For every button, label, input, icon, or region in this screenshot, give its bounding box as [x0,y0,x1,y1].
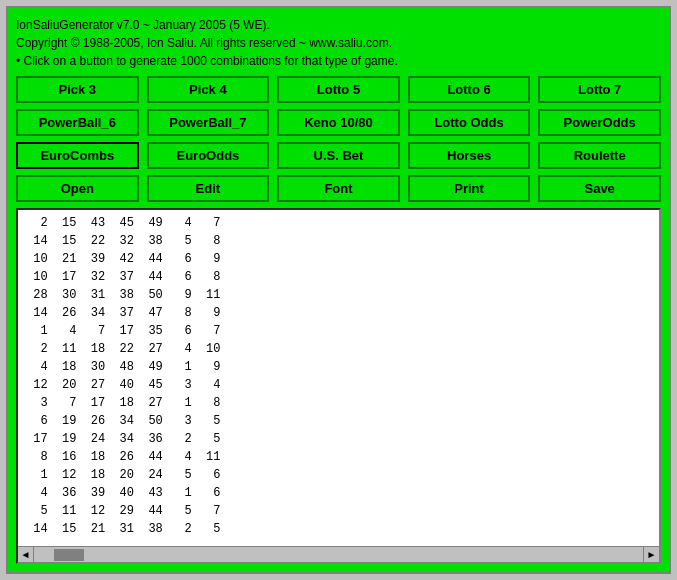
open-button[interactable]: Open [16,175,139,202]
print-button[interactable]: Print [408,175,531,202]
output-content: 2 15 43 45 49 4 7 14 15 22 32 38 5 8 10 … [26,214,651,538]
power-odds-button[interactable]: PowerOdds [538,109,661,136]
save-button[interactable]: Save [538,175,661,202]
lotto5-button[interactable]: Lotto 5 [277,76,400,103]
h-scroll-track[interactable] [34,547,643,562]
powerball6-button[interactable]: PowerBall_6 [16,109,139,136]
lotto-odds-button[interactable]: Lotto Odds [408,109,531,136]
us-bet-button[interactable]: U.S. Bet [277,142,400,169]
title-line3: • Click on a button to generate 1000 com… [16,52,661,70]
keno-button[interactable]: Keno 10/80 [277,109,400,136]
pick3-button[interactable]: Pick 3 [16,76,139,103]
roulette-button[interactable]: Roulette [538,142,661,169]
output-area: 2 15 43 45 49 4 7 14 15 22 32 38 5 8 10 … [16,208,661,564]
main-window: IonSaliuGenerator v7.0 ~ January 2005 (5… [6,6,671,574]
font-button[interactable]: Font [277,175,400,202]
button-row-3: EuroCombsEuroOddsU.S. BetHorsesRoulette [16,142,661,169]
button-row-2: PowerBall_6PowerBall_7Keno 10/80Lotto Od… [16,109,661,136]
horses-button[interactable]: Horses [408,142,531,169]
button-row-1: Pick 3Pick 4Lotto 5Lotto 6Lotto 7 [16,76,661,103]
edit-button[interactable]: Edit [147,175,270,202]
output-scroll[interactable]: 2 15 43 45 49 4 7 14 15 22 32 38 5 8 10 … [18,210,659,546]
euro-combs-button[interactable]: EuroCombs [16,142,139,169]
lotto7-button[interactable]: Lotto 7 [538,76,661,103]
title-line2: Copyright © 1988-2005, Ion Saliu. All ri… [16,34,661,52]
euro-odds-button[interactable]: EuroOdds [147,142,270,169]
horizontal-scrollbar[interactable]: ◄ ► [18,546,659,562]
pick4-button[interactable]: Pick 4 [147,76,270,103]
button-row-4: OpenEditFontPrintSave [16,175,661,202]
app-header: IonSaliuGenerator v7.0 ~ January 2005 (5… [16,16,661,70]
title-line1: IonSaliuGenerator v7.0 ~ January 2005 (5… [16,16,661,34]
lotto6-button[interactable]: Lotto 6 [408,76,531,103]
powerball7-button[interactable]: PowerBall_7 [147,109,270,136]
